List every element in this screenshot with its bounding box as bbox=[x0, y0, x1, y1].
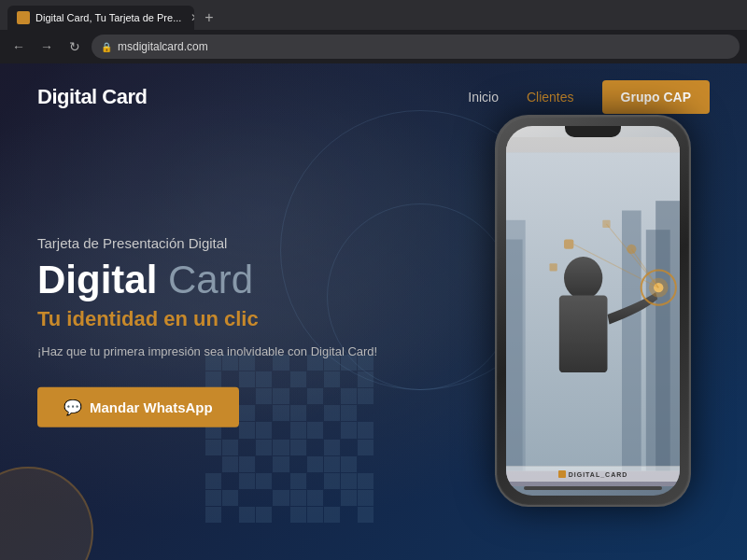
svg-rect-12 bbox=[564, 240, 573, 249]
browser-nav-bar: ← → ↻ 🔒 msdigitalcard.com bbox=[0, 30, 747, 63]
whatsapp-icon: 💬 bbox=[63, 398, 82, 415]
phone-label-icon bbox=[558, 470, 566, 478]
phone-screen: DIGITAL_CARD bbox=[506, 126, 680, 496]
hero-content: Tarjeta de Presentación Digital Digital … bbox=[37, 235, 377, 427]
nav-link-inicio[interactable]: Inicio bbox=[468, 90, 499, 105]
svg-rect-4 bbox=[655, 201, 680, 470]
hero-title-light: Card bbox=[168, 258, 253, 301]
hero-title-bold: Digital bbox=[37, 258, 157, 301]
whatsapp-button[interactable]: 💬 Mandar WhatsApp bbox=[37, 386, 239, 427]
site-logo: Digital Card bbox=[37, 85, 147, 109]
nav-link-clientes[interactable]: Clientes bbox=[527, 90, 574, 105]
website-container: Digital Card Inicio Clientes Grupo CAP T… bbox=[0, 63, 747, 560]
tab-title: Digital Card, Tu Tarjeta de Pre... bbox=[35, 12, 181, 23]
svg-rect-15 bbox=[550, 263, 557, 271]
hero-title: Digital Card bbox=[37, 259, 377, 301]
browser-chrome: Digital Card, Tu Tarjeta de Pre... ✕ + ←… bbox=[0, 0, 747, 63]
svg-rect-6 bbox=[506, 240, 523, 471]
reload-button[interactable]: ↻ bbox=[63, 35, 86, 58]
tab-close-button[interactable]: ✕ bbox=[190, 11, 194, 24]
nav-cta-button[interactable]: Grupo CAP bbox=[602, 80, 710, 114]
hero-description: ¡Haz que tu primera impresión sea inolvi… bbox=[37, 343, 377, 361]
ssl-lock-icon: 🔒 bbox=[101, 42, 112, 52]
forward-button[interactable]: → bbox=[35, 35, 58, 58]
hero-subtitle: Tarjeta de Presentación Digital bbox=[37, 235, 377, 251]
phone-mockup: DIGITAL_CARD bbox=[495, 115, 691, 507]
svg-rect-8 bbox=[559, 295, 608, 372]
svg-point-7 bbox=[564, 257, 602, 299]
phone-brand-label: DIGITAL_CARD bbox=[506, 466, 680, 482]
phone-screen-illustration bbox=[506, 137, 680, 486]
phone-content-area bbox=[506, 137, 680, 486]
tab-bar: Digital Card, Tu Tarjeta de Pre... ✕ + bbox=[0, 0, 747, 30]
new-tab-button[interactable]: + bbox=[198, 7, 220, 29]
phone-outer-frame: DIGITAL_CARD bbox=[495, 115, 691, 507]
tab-favicon bbox=[17, 11, 30, 24]
whatsapp-button-label: Mandar WhatsApp bbox=[90, 399, 213, 414]
address-bar[interactable]: 🔒 msdigitalcard.com bbox=[92, 35, 740, 59]
back-button[interactable]: ← bbox=[7, 35, 30, 58]
nav-links: Inicio Clientes Grupo CAP bbox=[468, 80, 710, 114]
active-tab[interactable]: Digital Card, Tu Tarjeta de Pre... ✕ bbox=[7, 6, 194, 30]
phone-notch bbox=[565, 126, 621, 137]
hero-tagline: Tu identidad en un clic bbox=[37, 307, 377, 331]
phone-home-indicator bbox=[524, 486, 663, 490]
url-text: msdigitalcard.com bbox=[118, 40, 208, 53]
